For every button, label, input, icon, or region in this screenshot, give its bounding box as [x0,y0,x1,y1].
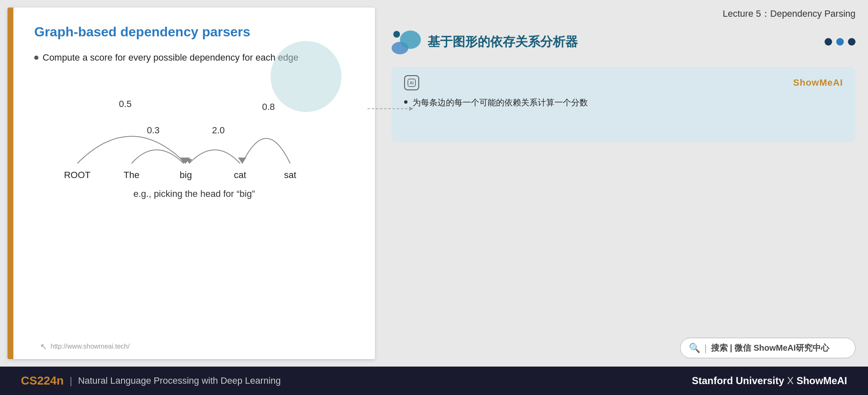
svg-text:big: big [180,170,192,180]
course-code: CS224n [21,374,64,387]
slide-accent-bar [8,8,13,359]
translation-header: AI ShowMeAI [404,75,843,90]
svg-text:The: The [124,170,139,180]
svg-text:0.8: 0.8 [262,102,275,112]
bullet-dot [34,56,38,60]
nav-dot-1[interactable] [825,38,832,46]
lecture-header: Lecture 5：Dependency Parsing [392,0,855,25]
svg-text:0.3: 0.3 [147,125,160,135]
svg-text:cat: cat [234,170,246,180]
bottom-bar: CS224n | Natural Language Processing wit… [0,367,868,395]
card-title-text: 基于图形的依存关系分析器 [428,33,578,51]
trans-bullet-dot [404,100,407,104]
svg-text:sat: sat [284,170,296,180]
search-label: 搜索 | 微信 ShowMeAI研究中心 [711,342,829,354]
nav-dot-2[interactable] [836,38,844,46]
nav-dot-3[interactable] [848,38,855,46]
course-description: Natural Language Processing with Deep Le… [78,375,281,386]
title-card: 基于图形的依存关系分析器 [392,25,855,59]
translation-box: AI ShowMeAI 为每条边的每一个可能的依赖关系计算一个分数 [392,67,855,142]
slide-title: Graph-based dependency parsers [34,24,354,40]
svg-text:0.5: 0.5 [119,99,132,109]
svg-point-14 [400,31,421,49]
example-text: e.g., picking the head for “big” [34,189,354,199]
nav-dots [825,38,855,46]
svg-text:2.0: 2.0 [212,125,225,135]
showmeai-brand: ShowMeAI [793,77,843,88]
svg-text:ROOT: ROOT [64,170,91,180]
translation-bullet: 为每条边的每一个可能的依赖关系计算一个分数 [404,97,843,108]
search-icon: 🔍 [689,343,700,354]
cursor-icon: ↖ [40,341,47,352]
bottom-right: Stanford University X ShowMeAI [692,375,847,387]
dependency-graph: 0.5 0.3 2.0 [34,76,354,184]
search-bar[interactable]: 🔍 | 搜索 | 微信 ShowMeAI研究中心 [680,338,855,358]
right-panel: Lecture 5：Dependency Parsing 基于图形的依存关系分析… [375,0,868,367]
slide-footer: ↖ http://www.showmeai.tech/ [40,341,129,352]
svg-text:AI: AI [410,81,413,85]
bottom-left: CS224n | Natural Language Processing wit… [21,374,281,387]
bottom-divider: | [70,375,72,387]
ai-icon: AI [404,75,419,90]
title-card-icon [392,29,421,54]
svg-point-15 [393,31,400,38]
slide-panel: Graph-based dependency parsers Compute a… [8,8,375,359]
